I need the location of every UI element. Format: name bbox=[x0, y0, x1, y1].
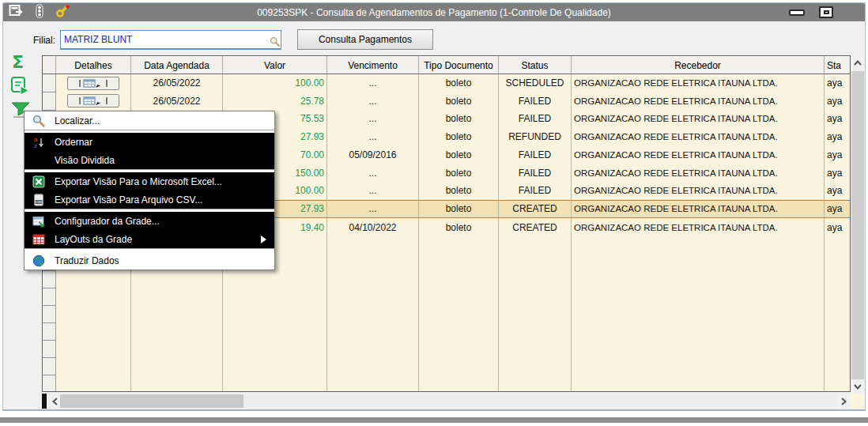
menu-item-exportar-excel[interactable]: Exportar Visão Para o Microsoft Excel... bbox=[25, 172, 274, 190]
titlebar: 009253SPK - Consulta de Agendamentos de … bbox=[3, 3, 865, 21]
menu-item-traduzir-dados[interactable]: Traduzir Dados bbox=[25, 251, 274, 270]
cell-status: FAILED bbox=[499, 164, 572, 182]
cell-tipo-documento: boleto bbox=[419, 128, 499, 146]
excel-icon bbox=[31, 175, 47, 188]
cell-status: FAILED bbox=[499, 182, 572, 200]
traffic-light-icon[interactable] bbox=[34, 4, 45, 21]
cell-valor: 100.00 bbox=[223, 74, 327, 92]
cell-vencimento: ... bbox=[327, 164, 419, 182]
details-button[interactable] bbox=[67, 77, 119, 90]
cell-status: CREATED bbox=[499, 218, 572, 236]
cell-status: FAILED bbox=[499, 146, 572, 164]
cell-recebedor: ORGANIZACAO REDE ELETRICA ITAUNA LTDA. bbox=[572, 146, 825, 164]
grid-header-row: Detalhes Data Agendada Valor Vencimento … bbox=[43, 57, 851, 74]
col-header-sta[interactable]: Sta bbox=[825, 57, 851, 74]
svg-text:CSV: CSV bbox=[36, 200, 43, 204]
menu-item-layouts-grade[interactable]: LayOuts da Grade bbox=[25, 230, 274, 248]
svg-text:z: z bbox=[34, 142, 37, 149]
grid-context-menu: Localizar... a z Ordernar Visão Dividida bbox=[24, 111, 275, 270]
cell-vencimento: 04/10/2022 bbox=[327, 218, 419, 236]
horizontal-scrollbar[interactable] bbox=[47, 394, 851, 409]
restore-button[interactable] bbox=[819, 6, 833, 18]
cell-tipo-documento: boleto bbox=[419, 182, 499, 200]
col-header-recebedor[interactable]: Recebedor bbox=[572, 57, 825, 74]
col-header-status[interactable]: Status bbox=[499, 57, 572, 74]
menu-item-ordernar[interactable]: a z Ordernar bbox=[25, 133, 274, 151]
cell-recebedor: ORGANIZACAO REDE ELETRICA ITAUNA LTDA. bbox=[572, 74, 825, 92]
sort-az-icon: a z bbox=[31, 136, 47, 149]
cell-sta: aya bbox=[825, 218, 851, 236]
horizontal-scroll-thumb[interactable] bbox=[60, 394, 243, 408]
menu-item-localizar[interactable]: Localizar... bbox=[25, 111, 274, 130]
cell-recebedor: ORGANIZACAO REDE ELETRICA ITAUNA LTDA. bbox=[572, 200, 825, 218]
menu-item-exportar-csv[interactable]: CSV Exportar Visão Para Arquivo CSV... bbox=[25, 190, 274, 209]
minimize-button[interactable] bbox=[789, 9, 805, 16]
cell-tipo-documento: boleto bbox=[419, 92, 499, 110]
globe-icon bbox=[31, 254, 47, 267]
vertical-scroll-thumb[interactable] bbox=[851, 71, 864, 379]
col-header-tipo-documento[interactable]: Tipo Documento bbox=[419, 57, 499, 74]
form-export-icon[interactable] bbox=[9, 4, 24, 21]
export-grid-icon[interactable] bbox=[10, 76, 31, 100]
cell-sta: aya bbox=[825, 128, 851, 146]
app-window: 009253SPK - Consulta de Agendamentos de … bbox=[2, 2, 866, 411]
col-header-valor[interactable]: Valor bbox=[223, 57, 327, 74]
cell-vencimento: ... bbox=[327, 128, 419, 146]
menu-item-configurador-grade[interactable]: Configurador da Grade... bbox=[25, 212, 274, 230]
cell-tipo-documento: boleto bbox=[419, 74, 499, 92]
cell-data-agendada: 26/05/2022 bbox=[131, 92, 223, 110]
col-header-vencimento[interactable]: Vencimento bbox=[327, 57, 419, 74]
grid-config-icon bbox=[31, 215, 47, 228]
window-title: 009253SPK - Consulta de Agendamentos de … bbox=[3, 7, 865, 18]
lookup-magnifier-icon[interactable] bbox=[270, 36, 280, 49]
details-button[interactable] bbox=[67, 94, 119, 107]
cell-sta: aya bbox=[825, 164, 851, 182]
table-row[interactable]: 26/05/2022 25.78 ... boleto FAILED ORGAN… bbox=[43, 92, 851, 110]
scroll-right-button[interactable] bbox=[836, 394, 851, 409]
grid-layout-icon bbox=[31, 233, 47, 246]
cell-sta: aya bbox=[825, 146, 851, 164]
cell-tipo-documento: boleto bbox=[419, 200, 499, 218]
splitter-handle[interactable] bbox=[42, 394, 47, 409]
scroll-up-button[interactable] bbox=[851, 55, 865, 70]
cell-vencimento: ... bbox=[327, 200, 419, 218]
cell-recebedor: ORGANIZACAO REDE ELETRICA ITAUNA LTDA. bbox=[572, 110, 825, 128]
cell-sta: aya bbox=[825, 74, 851, 92]
menu-item-visao-dividida[interactable]: Visão Dividida bbox=[25, 151, 274, 169]
cell-status: SCHEDULED bbox=[499, 74, 572, 92]
cell-recebedor: ORGANIZACAO REDE ELETRICA ITAUNA LTDA. bbox=[572, 182, 825, 200]
cell-data-agendada: 26/05/2022 bbox=[131, 74, 223, 92]
cell-vencimento: ... bbox=[327, 182, 419, 200]
cell-status: REFUNDED bbox=[499, 128, 572, 146]
cell-tipo-documento: boleto bbox=[419, 164, 499, 182]
background-window-edge bbox=[0, 417, 868, 423]
vertical-scrollbar[interactable] bbox=[851, 55, 865, 394]
csv-file-icon: CSV bbox=[31, 194, 47, 206]
cell-vencimento: ... bbox=[327, 110, 419, 128]
cell-sta: aya bbox=[825, 110, 851, 128]
cell-status: FAILED bbox=[499, 110, 572, 128]
sum-sigma-icon[interactable]: Σ bbox=[12, 52, 24, 72]
cell-vencimento: ... bbox=[327, 92, 419, 110]
wrench-icon[interactable] bbox=[55, 4, 71, 21]
scrollbar-corner bbox=[851, 394, 865, 409]
cell-valor: 25.78 bbox=[223, 92, 327, 110]
scroll-down-button[interactable] bbox=[851, 379, 865, 394]
col-header-data-agendada[interactable]: Data Agendada bbox=[131, 57, 223, 74]
cell-recebedor: ORGANIZACAO REDE ELETRICA ITAUNA LTDA. bbox=[572, 164, 825, 182]
table-row[interactable]: 26/05/2022 100.00 ... boleto SCHEDULED O… bbox=[43, 74, 851, 92]
cell-vencimento: ... bbox=[327, 74, 419, 92]
col-header-detalhes[interactable]: Detalhes bbox=[56, 57, 131, 74]
cell-recebedor: ORGANIZACAO REDE ELETRICA ITAUNA LTDA. bbox=[572, 92, 825, 110]
cell-recebedor: ORGANIZACAO REDE ELETRICA ITAUNA LTDA. bbox=[572, 218, 825, 236]
cell-status: FAILED bbox=[499, 92, 572, 110]
magnifier-icon bbox=[31, 115, 47, 127]
filial-input[interactable]: MATRIZ BLUNT bbox=[60, 30, 281, 50]
consulta-pagamentos-button[interactable]: Consulta Pagamentos bbox=[297, 29, 433, 50]
cell-tipo-documento: boleto bbox=[419, 218, 499, 236]
cell-tipo-documento: boleto bbox=[419, 146, 499, 164]
cell-sta: aya bbox=[825, 200, 851, 218]
row-indicator-header bbox=[43, 57, 56, 74]
cell-sta: aya bbox=[825, 182, 851, 200]
cell-status: CREATED bbox=[499, 200, 572, 218]
